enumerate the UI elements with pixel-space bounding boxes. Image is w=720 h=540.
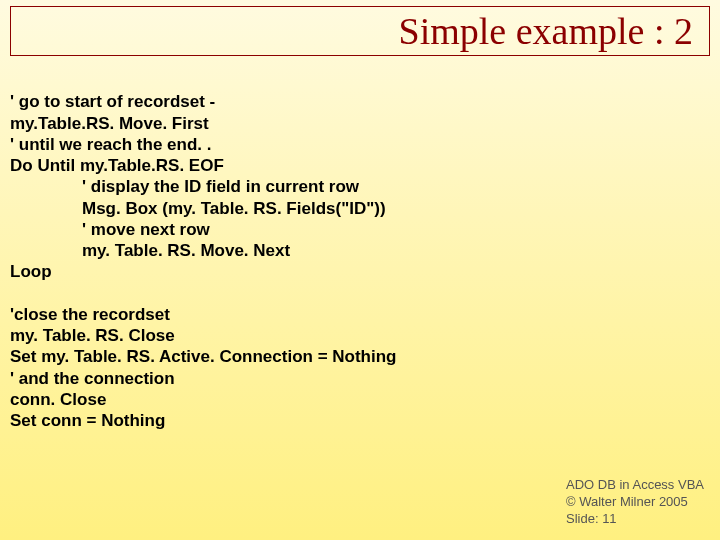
footer-line: ADO DB in Access VBA <box>566 477 704 494</box>
code-line: ' move next row <box>10 219 396 240</box>
code-line: ' until we reach the end. . <box>10 135 211 154</box>
code-line: my. Table. RS. Move. Next <box>10 240 396 261</box>
footer-line: Slide: 11 <box>566 511 704 528</box>
code-line: Loop <box>10 262 52 281</box>
title-container: Simple example : 2 <box>10 6 710 56</box>
code-line: Set my. Table. RS. Active. Connection = … <box>10 347 396 366</box>
slide-title: Simple example : 2 <box>399 9 693 53</box>
code-block: ' go to start of recordset - my.Table.RS… <box>10 70 396 431</box>
code-line: Set conn = Nothing <box>10 411 165 430</box>
code-line: Do Until my.Table.RS. EOF <box>10 156 224 175</box>
code-line: ' go to start of recordset - <box>10 92 215 111</box>
code-line: conn. Close <box>10 390 106 409</box>
code-line: ' display the ID field in current row <box>10 176 396 197</box>
code-line: ' and the connection <box>10 369 175 388</box>
footer-line: © Walter Milner 2005 <box>566 494 704 511</box>
code-line: Msg. Box (my. Table. RS. Fields("ID")) <box>10 198 396 219</box>
code-line: my.Table.RS. Move. First <box>10 114 209 133</box>
code-line: my. Table. RS. Close <box>10 326 175 345</box>
slide-footer: ADO DB in Access VBA © Walter Milner 200… <box>566 477 704 528</box>
code-line: 'close the recordset <box>10 305 170 324</box>
